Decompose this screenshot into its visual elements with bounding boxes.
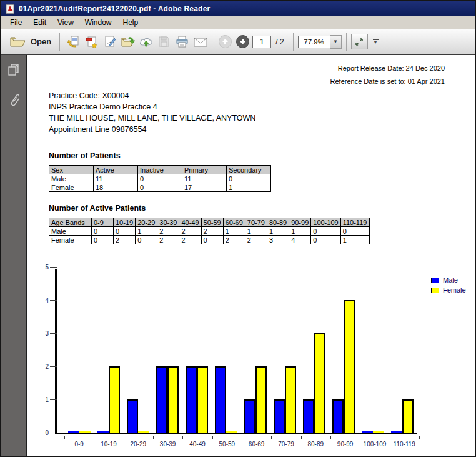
chart-legend: MaleFemale bbox=[431, 276, 466, 296]
menu-file[interactable]: File bbox=[4, 17, 27, 28]
male-bar bbox=[303, 399, 314, 433]
export-folder-icon bbox=[121, 35, 135, 49]
table-cell: Male bbox=[49, 174, 94, 183]
save-icon bbox=[157, 35, 171, 48]
y-axis-tick bbox=[50, 333, 57, 334]
menu-edit[interactable]: Edit bbox=[27, 17, 52, 28]
female-bar bbox=[285, 366, 296, 433]
table-cell: 0 bbox=[138, 174, 182, 183]
save-button[interactable] bbox=[155, 33, 173, 51]
male-bar bbox=[156, 366, 167, 433]
arrow-up-icon bbox=[222, 38, 229, 45]
bar-group-40-49 bbox=[182, 366, 211, 433]
male-bar bbox=[391, 431, 402, 433]
table-cell: 18 bbox=[94, 183, 138, 192]
x-axis-label: 0-9 bbox=[64, 441, 94, 448]
female-bar bbox=[167, 366, 179, 433]
previous-page-button[interactable] bbox=[219, 35, 232, 48]
fit-width-button[interactable] bbox=[351, 34, 368, 49]
table-header-cell: 100-109 bbox=[311, 218, 340, 227]
y-axis-tick-label: 4 bbox=[40, 297, 49, 304]
male-bar bbox=[274, 399, 285, 433]
next-page-button[interactable] bbox=[236, 35, 249, 48]
table-header-cell: 10-19 bbox=[114, 218, 136, 227]
x-axis-label: 100-109 bbox=[360, 441, 389, 448]
page-thumbnails-icon[interactable] bbox=[7, 63, 20, 77]
y-axis-tick-label: 1 bbox=[40, 396, 49, 403]
email-icon bbox=[193, 36, 208, 48]
page-number-input[interactable]: 1 bbox=[252, 36, 271, 48]
x-axis-label: 40-49 bbox=[182, 441, 212, 448]
patients-table: SexActiveInactivePrimarySecondaryMale110… bbox=[49, 165, 271, 192]
title-bar: 01Apr2021AuditReport24122020.pdf - Adobe… bbox=[1, 1, 475, 16]
table-header-cell: Primary bbox=[182, 166, 227, 174]
table-cell: 0 bbox=[227, 174, 271, 183]
open-button-label: Open bbox=[31, 37, 51, 46]
zoom-dropdown-button[interactable]: ▼ bbox=[330, 35, 342, 49]
x-axis-label: 30-39 bbox=[153, 441, 182, 448]
content-area: Report Release Date: 24 Dec 2020 Referen… bbox=[1, 54, 475, 456]
toolbar: Open bbox=[1, 29, 475, 54]
female-bar bbox=[344, 300, 355, 433]
x-axis-tick bbox=[153, 436, 154, 439]
cloud-upload-button[interactable] bbox=[137, 33, 155, 51]
table-header-cell: 60-69 bbox=[223, 218, 245, 227]
table-cell: 0 bbox=[114, 227, 136, 236]
chart-x-labels: 0-910-1920-2930-3940-4950-5960-6970-7980… bbox=[57, 441, 419, 448]
legend-swatch bbox=[431, 278, 439, 283]
x-axis-tick bbox=[124, 436, 124, 439]
zoom-level-input[interactable]: 77.9% bbox=[298, 36, 330, 48]
x-axis-label: 70-79 bbox=[271, 441, 300, 448]
toolbar-overflow-button[interactable]: ▼ bbox=[373, 39, 379, 44]
open-button[interactable]: Open bbox=[6, 34, 55, 49]
male-bar bbox=[97, 431, 109, 433]
x-axis-tick bbox=[271, 436, 272, 439]
y-axis-tick bbox=[50, 267, 57, 268]
table-cell: 0 bbox=[311, 236, 340, 244]
x-axis-tick bbox=[419, 436, 420, 439]
female-bar bbox=[197, 366, 208, 433]
table-cell: 3 bbox=[267, 236, 289, 244]
print-button[interactable] bbox=[173, 33, 191, 51]
menu-view[interactable]: View bbox=[52, 17, 79, 28]
patients-table-title: Number of Patients bbox=[49, 151, 121, 160]
fit-width-icon bbox=[354, 37, 364, 47]
create-pdf-button[interactable] bbox=[82, 33, 101, 51]
practice-details: Practice Code: X00004 INPS Practice Demo… bbox=[49, 90, 255, 135]
table-header-cell: Age Bands bbox=[49, 218, 92, 227]
table-cell: 0 bbox=[92, 236, 114, 244]
chart-x-ticks bbox=[57, 436, 419, 440]
table-cell: 1 bbox=[340, 236, 369, 244]
share-button[interactable] bbox=[64, 33, 82, 51]
y-axis-tick bbox=[50, 399, 57, 400]
active-patients-table-title: Number of Active Patients bbox=[49, 204, 146, 213]
table-cell: 2 bbox=[245, 236, 267, 244]
x-axis-tick bbox=[182, 436, 183, 439]
table-cell: 17 bbox=[182, 183, 227, 192]
toolbar-separator bbox=[59, 33, 60, 51]
table-header-cell: Sex bbox=[49, 166, 94, 174]
export-folder-button[interactable] bbox=[119, 33, 137, 51]
male-bar bbox=[244, 399, 255, 433]
attachments-icon[interactable] bbox=[8, 92, 19, 108]
page-total-label: / 2 bbox=[275, 38, 284, 46]
female-bar bbox=[255, 366, 267, 433]
practice-name: INPS Practice Demo Practice 4 bbox=[49, 101, 255, 113]
table-cell: 0 bbox=[311, 227, 340, 236]
sign-button[interactable] bbox=[101, 33, 119, 51]
bar-group-100-109 bbox=[359, 431, 388, 433]
y-axis-tick bbox=[50, 366, 57, 367]
email-button[interactable] bbox=[191, 33, 209, 51]
chart-bars bbox=[57, 269, 417, 433]
bar-group-0-9 bbox=[64, 431, 94, 433]
table-cell: 1 bbox=[289, 227, 311, 236]
x-axis-tick bbox=[330, 436, 331, 439]
female-bar bbox=[226, 431, 237, 433]
pdf-file-icon bbox=[6, 4, 15, 14]
x-axis-label: 50-59 bbox=[212, 441, 242, 448]
window-title: 01Apr2021AuditReport24122020.pdf - Adobe… bbox=[19, 4, 210, 13]
x-axis-label: 80-89 bbox=[301, 441, 330, 448]
menu-help[interactable]: Help bbox=[117, 17, 144, 28]
table-header-cell: 70-79 bbox=[245, 218, 267, 227]
menu-window[interactable]: Window bbox=[79, 17, 117, 28]
